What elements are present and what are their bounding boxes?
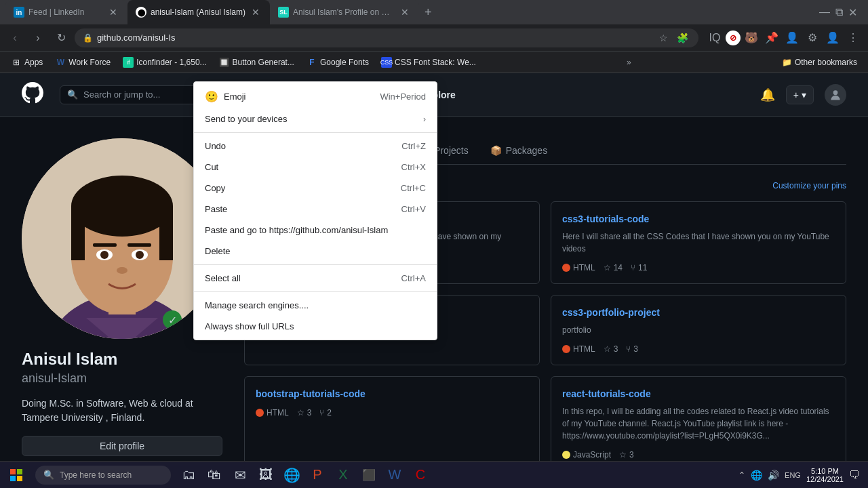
taskbar-network-icon[interactable]: 🌐 (751, 470, 762, 481)
taskbar-app-photos[interactable]: 🖼 (254, 463, 278, 487)
repo-desc-4: portfolio (562, 324, 835, 336)
tab-linkedin[interactable]: in Feed | LinkedIn ✕ (5, 0, 127, 24)
taskbar-app-store[interactable]: 🛍 (202, 463, 226, 487)
menu-item-send-left: Send to your devices (205, 114, 287, 124)
tab-sololearn-close[interactable]: ✕ (399, 6, 411, 18)
tab-bar: in Feed | LinkedIn ✕ ⬤ anisul-Islam (Ani… (0, 0, 868, 24)
bookmark-css-font-stack[interactable]: CSS CSS Font Stack: We... (376, 54, 481, 70)
js-lang-dot-6 (562, 451, 570, 459)
menu-item-select-all[interactable]: Select all Ctrl+A (194, 268, 437, 289)
taskbar-app-terminal[interactable]: ⬛ (357, 463, 381, 487)
reload-button[interactable]: ↻ (52, 28, 71, 47)
menu-button[interactable]: ⋮ (844, 28, 863, 47)
window-controls: — ⧉ ✕ (819, 6, 863, 19)
user-avatar[interactable] (825, 84, 846, 106)
github-logo[interactable] (22, 82, 43, 108)
bookmark-apps[interactable]: ⊞ Apps (5, 54, 48, 70)
repo-lang-label-6: JavaScript (573, 450, 611, 460)
menu-cut-label: Cut (205, 162, 218, 172)
taskbar-app-excel[interactable]: X (331, 463, 355, 487)
svg-rect-18 (17, 476, 22, 481)
create-new-button[interactable]: + ▾ (786, 85, 814, 104)
extension3-icon[interactable]: 👤 (783, 28, 802, 47)
back-button[interactable]: ‹ (5, 28, 24, 47)
taskbar-search-placeholder: Type here to search (60, 470, 132, 480)
menu-item-emoji[interactable]: 🙂 Emoji Win+Period (194, 85, 437, 108)
repo-lang-5: HTML (256, 408, 289, 418)
bookmark-workforce[interactable]: W Work Force (50, 54, 116, 70)
edit-profile-button[interactable]: Edit profile (22, 436, 222, 456)
close-button[interactable]: ✕ (848, 6, 857, 19)
tab-packages[interactable]: 📦 Packages (479, 138, 558, 164)
customize-pins-link[interactable]: Customize your pins (772, 181, 846, 190)
forward-button[interactable]: › (28, 28, 47, 47)
menu-item-manage-engines[interactable]: Manage search engines.... (194, 295, 437, 316)
repo-name-2[interactable]: css3-tutorials-code (562, 214, 649, 224)
repo-forks-count-4: 3 (633, 344, 638, 354)
menu-item-cut[interactable]: Cut Ctrl+X (194, 157, 437, 178)
css-font-favicon-icon: CSS (381, 57, 392, 68)
menu-item-copy[interactable]: Copy Ctrl+C (194, 178, 437, 199)
repo-lang-4: HTML (562, 344, 595, 354)
menu-item-full-urls[interactable]: Always show full URLs (194, 316, 437, 337)
profile-sync-icon[interactable]: IQ (705, 28, 724, 47)
menu-item-send-devices[interactable]: Send to your devices › (194, 108, 437, 129)
bookmark-button-gen[interactable]: 🔲 Button Generat... (214, 54, 300, 70)
maximize-button[interactable]: ⧉ (835, 6, 843, 18)
menu-full-urls-label: Always show full URLs (205, 321, 294, 331)
other-bookmarks-button[interactable]: 📁 Other bookmarks (776, 55, 863, 70)
repo-name-5[interactable]: bootstrap-tutorials-code (256, 388, 366, 399)
menu-item-paste[interactable]: Paste Ctrl+V (194, 199, 437, 220)
repo-forks-5: ⑂ 2 (319, 408, 332, 418)
extension4-icon[interactable]: ⚙ (803, 28, 822, 47)
minimize-button[interactable]: — (819, 6, 830, 18)
extension1-icon[interactable]: 🐻 (742, 28, 761, 47)
start-button[interactable] (0, 462, 33, 489)
menu-undo-shortcut: Ctrl+Z (401, 141, 426, 151)
tab-github-close[interactable]: ✕ (250, 6, 262, 18)
taskbar-app-powerpoint[interactable]: P (305, 463, 330, 487)
taskbar-app-word[interactable]: W (382, 463, 407, 487)
notification-bell-icon[interactable]: 🔔 (760, 87, 775, 102)
iconfinder-favicon-icon: if (123, 57, 134, 68)
address-bar[interactable]: 🔒 github.com/anisul-Is ☆ 🧩 (75, 28, 698, 47)
repo-stars-5: ☆ 3 (297, 408, 312, 418)
menu-item-paste-go[interactable]: Paste and go to https://github.com/anisu… (194, 220, 437, 241)
github-search[interactable]: 🔍 Search or jump to... (60, 85, 209, 104)
taskbar-app-vscode[interactable]: C (408, 463, 433, 487)
bookmark-iconfinder[interactable]: if Iconfinder - 1,650... (117, 54, 212, 70)
adblock-icon[interactable]: ⊘ (726, 30, 741, 45)
tab-sololearn[interactable]: SL Anisul Islam's Profile on SoloLea... … (270, 0, 419, 24)
bookmark-star-icon[interactable]: ☆ (655, 30, 671, 46)
taskbar-time-display[interactable]: 5:10 PM 12/24/2021 (806, 467, 844, 483)
bookmark-google-fonts[interactable]: F Google Fonts (301, 54, 374, 70)
taskbar-app-chrome[interactable]: 🌐 (279, 463, 304, 487)
taskbar-up-arrow-icon[interactable]: ⌃ (738, 470, 745, 480)
repo-forks-2: ⑂ 11 (631, 263, 647, 272)
tab-github[interactable]: ⬤ anisul-Islam (Anisul Islam) ✕ (127, 0, 270, 24)
tab-linkedin-title: Feed | LinkedIn (28, 7, 103, 17)
tab-linkedin-close[interactable]: ✕ (107, 6, 119, 18)
repo-name-6[interactable]: react-tutorials-code (562, 388, 651, 399)
menu-item-delete[interactable]: Delete (194, 241, 437, 262)
taskbar-app-explorer[interactable]: 🗂 (176, 463, 201, 487)
repo-stars-count-5: 3 (307, 408, 312, 418)
taskbar-language-indicator[interactable]: ENG (785, 471, 801, 479)
bookmark-iconfinder-label: Iconfinder - 1,650... (136, 58, 206, 67)
extension2-icon[interactable]: 📌 (762, 28, 781, 47)
google-fonts-favicon-icon: F (307, 57, 317, 68)
bookmarks-more-button[interactable]: » (623, 55, 635, 70)
taskbar-app-mail[interactable]: ✉ (228, 463, 252, 487)
repo-name-4[interactable]: css3-portfolio-project (562, 307, 660, 318)
taskbar-notification-icon[interactable]: 🗨 (849, 469, 860, 481)
taskbar-search-bar[interactable]: 🔍 Type here to search (35, 466, 171, 485)
repo-desc-6: In this repo, I will be adding all the c… (562, 405, 835, 442)
repo-meta-6: JavaScript ☆ 3 (562, 450, 835, 460)
svg-rect-6 (71, 206, 85, 260)
svg-point-0 (833, 90, 838, 95)
taskbar-volume-icon[interactable]: 🔊 (768, 470, 779, 481)
new-tab-button[interactable]: + (419, 3, 437, 22)
extension-icon[interactable]: 🧩 (674, 30, 690, 46)
user-profile-icon[interactable]: 👤 (823, 28, 842, 47)
menu-item-undo[interactable]: Undo Ctrl+Z (194, 136, 437, 157)
